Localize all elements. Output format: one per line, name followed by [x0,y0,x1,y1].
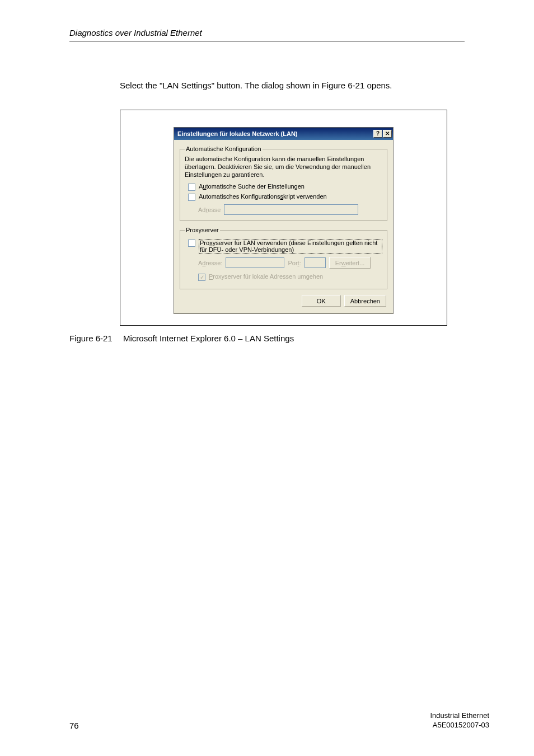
page-header: Diagnostics over Industrial Ethernet [69,28,465,41]
checkbox-bypass-local[interactable]: ✓ [198,274,205,281]
input-script-address[interactable] [224,204,358,215]
figure-caption: Figure 6-21 Microsoft Internet Explorer … [69,334,465,343]
checkbox-auto-script[interactable] [188,194,195,201]
dialog-body: Automatische Konfiguration Die automatis… [174,140,393,313]
label-proxy-address: Adresse: [198,260,222,266]
group-auto-config: Automatische Konfiguration Die automatis… [180,145,387,221]
label-bypass-local: Proxyserver für lokale Adressen umgehen [209,273,323,280]
page-number: 76 [69,721,79,730]
group-proxy: Proxyserver Proxyserver für LAN verwende… [180,227,387,289]
checkbox-auto-detect[interactable] [188,184,195,191]
advanced-button[interactable]: Erweitert... [329,257,371,269]
help-icon[interactable]: ? [373,130,382,138]
intro-text: Select the "LAN Settings" button. The di… [120,81,465,90]
close-icon[interactable]: ✕ [383,130,392,138]
input-proxy-port[interactable] [305,257,326,268]
ok-button[interactable]: OK [302,295,341,307]
footer-product: Industrial Ethernet [430,711,489,721]
label-script-address: Adresse [198,206,221,213]
figure-caption-text: Microsoft Internet Explorer 6.0 – LAN Se… [123,334,294,343]
checkbox-use-proxy[interactable] [188,240,195,247]
group-auto-legend: Automatische Konfiguration [185,145,263,152]
figure-label: Figure 6-21 [69,334,123,343]
label-auto-detect: Automatische Suche der Einstellungen [199,183,305,190]
footer-docnum: A5E00152007-03 [430,721,489,730]
group-proxy-legend: Proxyserver [185,227,220,233]
page-footer: 76 Industrial Ethernet A5E00152007-03 [69,711,489,730]
label-auto-script: Automatisches Konfigurationsskript verwe… [199,193,327,200]
cancel-button[interactable]: Abbrechen [344,295,386,307]
label-proxy-port: Port: [288,260,301,266]
lan-settings-dialog: Einstellungen für lokales Netzwerk (LAN)… [174,127,394,314]
auto-config-description: Die automatische Konfiguration kann die … [185,156,382,179]
label-use-proxy: Proxyserver für LAN verwenden (diese Ein… [199,239,382,253]
dialog-titlebar: Einstellungen für lokales Netzwerk (LAN)… [174,128,393,140]
input-proxy-address[interactable] [226,257,284,268]
figure-container: Einstellungen für lokales Netzwerk (LAN)… [120,110,447,326]
dialog-title: Einstellungen für lokales Netzwerk (LAN) [177,130,373,137]
